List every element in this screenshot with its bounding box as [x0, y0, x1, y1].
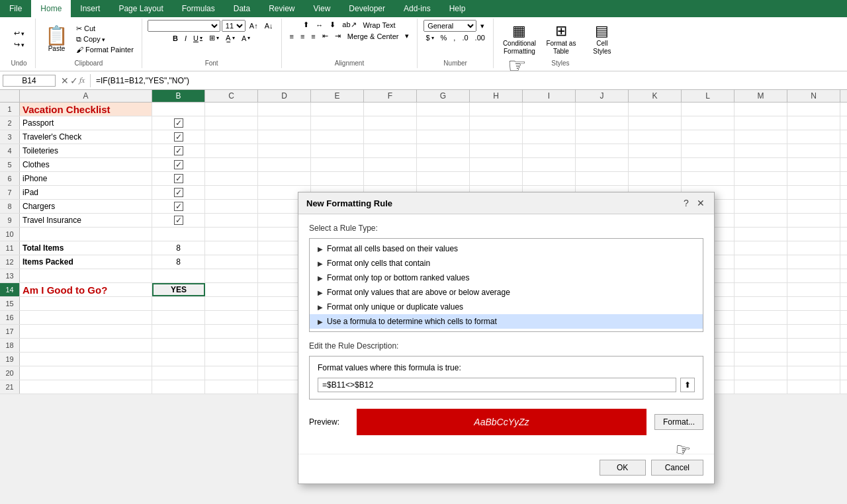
cell-k1[interactable] — [629, 103, 682, 116]
increase-decimal-button[interactable]: .00 — [472, 33, 488, 42]
cell-m18[interactable] — [735, 339, 787, 352]
checkbox[interactable] — [174, 202, 183, 211]
cell-i3[interactable] — [523, 130, 576, 144]
wrap-text-button[interactable]: Wrap Text — [361, 21, 398, 30]
cell-n5[interactable] — [787, 158, 840, 171]
cell-b2[interactable] — [152, 116, 205, 130]
font-color-button[interactable]: A ▾ — [239, 34, 253, 43]
col-header-k[interactable]: K — [629, 90, 682, 102]
rule-item-4[interactable]: ▶ Format only unique or duplicate values — [310, 300, 703, 314]
cell-o11[interactable] — [840, 241, 847, 255]
checkbox[interactable] — [174, 174, 183, 183]
align-bottom-button[interactable]: ⬇ — [327, 20, 338, 30]
increase-indent-button[interactable]: ⇥ — [332, 31, 343, 41]
tab-developer[interactable]: Developer — [339, 0, 394, 17]
cell-n18[interactable] — [787, 339, 840, 352]
cell-c11[interactable] — [205, 241, 258, 255]
cell-a14[interactable]: Am I Good to Go? — [20, 283, 152, 296]
cell-e3[interactable] — [311, 130, 364, 144]
tab-addins[interactable]: Add-ins — [394, 0, 440, 17]
formula-condition-input[interactable] — [318, 378, 676, 392]
cell-c9[interactable] — [205, 214, 258, 227]
cell-m3[interactable] — [735, 130, 787, 144]
insert-function-icon[interactable]: 𝑓𝑥 — [79, 75, 85, 86]
cell-k2[interactable] — [629, 116, 682, 130]
cell-o21[interactable] — [840, 380, 847, 394]
orientation-button[interactable]: ab↗ — [339, 20, 359, 30]
cell-b14[interactable]: YES — [152, 283, 205, 296]
cell-c17[interactable] — [205, 325, 258, 338]
cell-f1[interactable] — [364, 103, 417, 116]
cell-o20[interactable] — [840, 366, 847, 380]
col-header-i[interactable]: I — [523, 90, 576, 102]
col-header-h[interactable]: H — [470, 90, 523, 102]
cell-c12[interactable] — [205, 255, 258, 269]
format-painter-button[interactable]: 🖌 Format Painter — [73, 45, 136, 54]
cell-c8[interactable] — [205, 200, 258, 213]
align-right-button[interactable]: ≡ — [308, 32, 318, 41]
cell-m6[interactable] — [735, 172, 787, 185]
cell-c19[interactable] — [205, 353, 258, 366]
number-format-select[interactable]: General — [424, 20, 476, 32]
merge-center-button[interactable]: Merge & Center — [345, 32, 402, 41]
cell-m9[interactable] — [735, 214, 787, 227]
cell-c14[interactable] — [205, 283, 258, 296]
cell-m19[interactable] — [735, 353, 787, 366]
cell-c4[interactable] — [205, 144, 258, 157]
cell-k5[interactable] — [629, 158, 682, 171]
cell-c10[interactable] — [205, 228, 258, 241]
cell-n9[interactable] — [787, 214, 840, 227]
cell-n16[interactable] — [787, 311, 840, 324]
cell-d1[interactable] — [258, 103, 311, 116]
cell-c6[interactable] — [205, 172, 258, 185]
cell-g4[interactable] — [417, 144, 470, 157]
cell-n19[interactable] — [787, 353, 840, 366]
cell-n1[interactable] — [787, 103, 840, 116]
undo-button[interactable]: ↩ ▾ — [11, 28, 27, 38]
decrease-indent-button[interactable]: ⇤ — [320, 31, 331, 41]
cell-j6[interactable] — [576, 172, 629, 185]
cell-n20[interactable] — [787, 366, 840, 380]
cell-m12[interactable] — [735, 255, 787, 269]
decrease-decimal-button[interactable]: .0 — [459, 33, 470, 42]
cell-j4[interactable] — [576, 144, 629, 157]
cell-h2[interactable] — [470, 116, 523, 130]
cell-a6[interactable]: iPhone — [20, 172, 152, 185]
cell-k4[interactable] — [629, 144, 682, 157]
cell-b21[interactable] — [152, 380, 205, 394]
cell-h3[interactable] — [470, 130, 523, 144]
cell-n21[interactable] — [787, 380, 840, 394]
tab-insert[interactable]: Insert — [71, 0, 109, 17]
cell-c21[interactable] — [205, 380, 258, 394]
cell-o8[interactable] — [840, 200, 847, 213]
cell-d4[interactable] — [258, 144, 311, 157]
cell-f6[interactable] — [364, 172, 417, 185]
cell-b1[interactable] — [152, 103, 205, 116]
cell-m7[interactable] — [735, 186, 787, 199]
cell-a4[interactable]: Toileteries — [20, 144, 152, 157]
cell-c2[interactable] — [205, 116, 258, 130]
tab-home[interactable]: Home — [31, 0, 71, 17]
cell-m2[interactable] — [735, 116, 787, 130]
font-size-select[interactable]: 11 — [222, 20, 245, 32]
cell-k3[interactable] — [629, 130, 682, 144]
cell-n2[interactable] — [787, 116, 840, 130]
cell-n8[interactable] — [787, 200, 840, 213]
rule-type-list[interactable]: ▶ Format all cells based on their values… — [309, 238, 703, 332]
cell-c18[interactable] — [205, 339, 258, 352]
cell-h6[interactable] — [470, 172, 523, 185]
cell-k6[interactable] — [629, 172, 682, 185]
cell-h1[interactable] — [470, 103, 523, 116]
cell-a18[interactable] — [20, 339, 152, 352]
cell-f5[interactable] — [364, 158, 417, 171]
cell-d3[interactable] — [258, 130, 311, 144]
cell-m15[interactable] — [735, 297, 787, 310]
cell-c13[interactable] — [205, 269, 258, 282]
cell-d5[interactable] — [258, 158, 311, 171]
cell-m10[interactable] — [735, 228, 787, 241]
cell-b18[interactable] — [152, 339, 205, 352]
rule-item-2[interactable]: ▶ Format only top or bottom ranked value… — [310, 271, 703, 285]
col-header-a[interactable]: A — [20, 90, 152, 102]
cell-n12[interactable] — [787, 255, 840, 269]
cell-b17[interactable] — [152, 325, 205, 338]
